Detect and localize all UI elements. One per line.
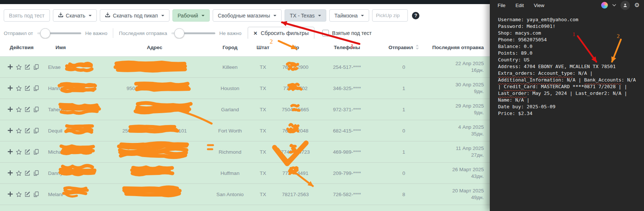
header-sent[interactable]: Отправил: [378, 39, 430, 57]
notepad-line: Password: Medic0901!: [498, 23, 644, 30]
copy-icon[interactable]: [33, 85, 39, 92]
star-icon[interactable]: [16, 106, 22, 113]
chevron-down-icon: [161, 15, 164, 16]
chevron-down-icon: [361, 15, 364, 16]
menu-edit[interactable]: Edit: [515, 3, 524, 8]
taken-test-checkbox[interactable]: [322, 30, 329, 36]
sent-from-value: Не важно: [85, 31, 108, 36]
add-icon[interactable]: [7, 85, 13, 92]
state-cell: TX: [251, 205, 275, 211]
phone-cell: 254-517-****: [316, 57, 378, 78]
header-state: Штат: [251, 39, 275, 57]
star-icon[interactable]: [16, 85, 22, 92]
account-icon[interactable]: [621, 1, 630, 10]
add-icon[interactable]: [7, 149, 13, 155]
copy-icon[interactable]: [33, 128, 39, 134]
slider-knob[interactable]: [40, 28, 50, 38]
sort-icon[interactable]: [415, 45, 419, 49]
notepad-line: Date buy: 2025-05-09: [498, 103, 644, 110]
state-cell: TX: [251, 120, 275, 141]
state-cell: TX: [251, 163, 275, 184]
free-shops-dropdown[interactable]: Свободные магазины: [213, 9, 282, 22]
download-button[interactable]: Скачать: [53, 9, 97, 22]
zip-cell: 7740-4723: [275, 141, 316, 163]
notepad-line: Shop: macys.com: [498, 30, 644, 36]
edit-icon[interactable]: [25, 170, 31, 176]
zip-cell: 761-2048: [275, 120, 316, 141]
star-icon[interactable]: [16, 128, 22, 134]
city-cell: McAllen: [209, 205, 251, 211]
table-header-row: Действия Имя Адрес Город Штат Zip Телефо…: [0, 39, 490, 57]
menu-file[interactable]: File: [498, 3, 505, 8]
phone-cell: 682-415-****: [316, 120, 378, 141]
gear-icon[interactable]: ⚙: [634, 2, 640, 8]
notepad-text[interactable]: Username: yaya_emt@yahoo.comPassword: Me…: [490, 10, 644, 117]
last-send-cell: 30 Апр 20259дн.: [430, 78, 490, 99]
name-cell: Lee Mar: [39, 205, 101, 211]
edit-icon[interactable]: [25, 64, 31, 70]
header-zip: Zip: [275, 39, 316, 57]
state-filter-dropdown[interactable]: TX - Texas: [285, 9, 326, 22]
copy-icon[interactable]: [33, 170, 39, 176]
city-cell: Killeen: [209, 57, 251, 78]
table-row: DannyeirHuffmanTX773-4491209-799-****026…: [0, 163, 490, 184]
phone-cell: 726-582-****: [316, 184, 378, 205]
status-dropdown[interactable]: Рабочий: [172, 9, 210, 22]
copy-icon[interactable]: [33, 149, 39, 155]
timezone-dropdown[interactable]: Таймзона: [329, 9, 369, 22]
table-row: Lee Mar3202 N 53rd StMcAllenTX78501-2663…: [0, 205, 490, 211]
notepad-menubar: File Edit View ⚙: [490, 0, 644, 10]
star-icon[interactable]: [16, 149, 22, 155]
notepad-window: File Edit View ⚙ Username: yaya_emt@yaho…: [490, 0, 644, 211]
star-icon[interactable]: [16, 191, 22, 198]
help-glyph: ?: [414, 13, 417, 18]
menu-view[interactable]: View: [534, 3, 544, 8]
name-cell: Hanna: [39, 78, 101, 99]
take-test-button[interactable]: Взять под тест: [4, 9, 50, 22]
star-icon[interactable]: [16, 64, 22, 70]
copy-icon[interactable]: [33, 64, 39, 70]
slider-knob[interactable]: [174, 28, 184, 38]
name-cell: Dequil: [39, 120, 101, 141]
pickup-zip-input[interactable]: [372, 9, 408, 22]
address-cell: [101, 163, 209, 184]
last-send-cell: 26 Март 202543дн.: [430, 163, 490, 184]
last-send-cell: 18 Апр 2025: [430, 205, 490, 211]
download-pickup-button[interactable]: Скачать под пикап: [100, 9, 169, 22]
notepad-line: Points: 89.0: [498, 50, 644, 57]
add-icon[interactable]: [7, 128, 13, 134]
name-cell: Melani: [39, 184, 101, 205]
last-send-slider[interactable]: [171, 27, 215, 39]
star-icon[interactable]: [16, 170, 22, 176]
add-icon[interactable]: [7, 106, 13, 113]
reset-filters-button[interactable]: ✕Сбросить фильтры: [248, 27, 314, 40]
sent-cell: 1: [378, 205, 430, 211]
phone-cell: 346-325-****: [316, 78, 378, 99]
copilot-icon[interactable]: [601, 2, 608, 9]
sent-from-slider[interactable]: [37, 27, 81, 39]
notepad-titlebar-icons: ⚙: [601, 0, 640, 10]
copy-icon[interactable]: [33, 191, 39, 198]
edit-icon[interactable]: [25, 106, 31, 113]
last-send-label: Последняя отправка: [119, 31, 167, 36]
copy-icon[interactable]: [33, 106, 39, 113]
city-cell: Garland: [209, 99, 251, 120]
actions-cell: [0, 78, 39, 99]
edit-icon[interactable]: [25, 128, 31, 134]
edit-icon[interactable]: [25, 149, 31, 155]
add-icon[interactable]: [7, 64, 13, 70]
edit-icon[interactable]: [25, 85, 31, 92]
chevron-down-icon[interactable]: [612, 4, 616, 6]
add-icon[interactable]: [7, 170, 13, 176]
divider: [113, 28, 113, 38]
download-icon: [58, 12, 63, 19]
notepad-line: | Credit_Card: MASTERCARD ****0871 7/202…: [498, 83, 644, 90]
edit-icon[interactable]: [25, 191, 31, 198]
sent-cell: 1: [378, 141, 430, 163]
add-icon[interactable]: [7, 191, 13, 198]
state-cell: TX: [251, 141, 275, 163]
actions-cell: [0, 99, 39, 120]
state-filter-label: TX - Texas: [290, 13, 315, 19]
header-phones: Телефоны: [316, 39, 378, 57]
help-icon[interactable]: ?: [412, 12, 419, 19]
